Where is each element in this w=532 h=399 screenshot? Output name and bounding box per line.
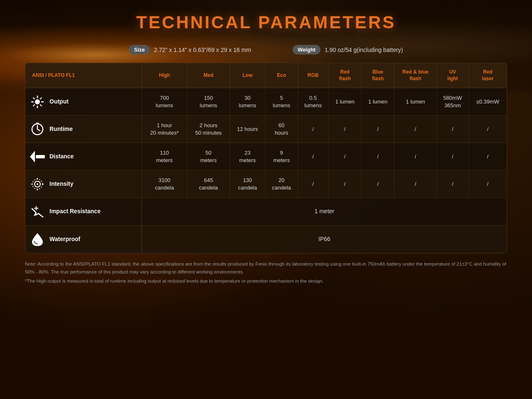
cell-distance-8: / [436,143,468,170]
cell-intensity-2: 130 candela [230,170,265,198]
cell-runtime-0: 1 hour 20 minutes* [142,116,187,143]
cell-output-8: 580mW 365nm [436,88,468,116]
svg-marker-14 [30,151,35,163]
cell-intensity-7: / [394,170,436,198]
cell-runtime-2: 12 hours [230,116,265,143]
table-row-impact: Impact Resistance1 meter [25,198,507,226]
row-label-cell-output: Output [25,88,142,115]
row-label-text-impact: Impact Resistance [49,207,101,216]
row-label-text-output: Output [49,98,69,106]
cell-distance-6: / [362,143,394,170]
distance-icon [30,151,45,163]
cell-distance-3: 9 meters [265,143,298,170]
row-label-text-waterproof: Waterproof [49,235,80,244]
table-header-row: ANSI / PLATO FL1 High Med Low Eco RGB Re… [25,63,507,88]
svg-rect-15 [36,155,45,158]
cell-output-6: 1 lumen [362,88,394,116]
row-label-cell-runtime: Runtime [25,116,142,143]
table-row-waterproof: WaterproofIP66 [25,226,507,254]
cell-intensity-0: 3100 candela [142,170,187,198]
cell-intensity-1: 645 candela [187,170,230,198]
cell-output-4: 0.5 lumens [298,88,329,116]
row-label-cell-intensity: Intensity [25,170,142,197]
col-header-0: ANSI / PLATO FL1 [25,63,142,88]
cell-output-9: ≤0.39mW [469,88,507,116]
cell-distance-2: 23 meters [230,143,265,170]
col-header-high: High [142,63,187,88]
runtime-icon [30,122,45,136]
specs-table-container: ANSI / PLATO FL1 High Med Low Eco RGB Re… [25,63,507,254]
cell-runtime-3: 60 hours [265,116,298,143]
intensity-icon [30,177,45,191]
weight-spec: Weight 1.90 oz/54 g(including battery) [293,45,403,54]
cell-distance-5: / [328,143,361,170]
row-label-text-intensity: Intensity [49,180,74,188]
col-header-uv: UV light [436,63,468,88]
cell-intensity-6: / [362,170,394,198]
col-header-rgb: RGB [298,63,329,88]
size-spec: Size 2.72" x 1.14" x 0.63"/69 x 29 x 16 … [129,45,251,54]
svg-line-5 [33,97,35,99]
output-icon [30,95,45,109]
cell-intensity-5: / [328,170,361,198]
svg-line-11 [37,129,40,131]
cell-runtime-6: / [362,116,394,143]
col-header-blue-flash: Blue flash [362,63,394,88]
cell-impact-value: 1 meter [142,198,507,226]
cell-distance-9: / [469,143,507,170]
cell-distance-7: / [394,143,436,170]
cell-intensity-8: / [436,170,468,198]
col-header-low: Low [230,63,265,88]
row-label-cell-impact: Impact Resistance [25,198,142,225]
table-row-output: Output700 lumens150 lumens30 lumens5 lum… [25,88,507,116]
row-label-text-distance: Distance [49,153,74,161]
cell-output-3: 5 lumens [265,88,298,116]
note-line1: Note: According to the ANSI/PLATO FL1 st… [25,260,507,276]
table-row-runtime: Runtime1 hour 20 minutes*2 hours 50 minu… [25,116,507,143]
impact-icon [30,204,45,219]
svg-point-18 [37,183,38,185]
svg-line-6 [40,104,42,106]
size-label: Size [129,45,150,54]
cell-output-0: 700 lumens [142,88,187,116]
specs-table: ANSI / PLATO FL1 High Med Low Eco RGB Re… [25,63,507,253]
svg-point-0 [35,99,40,104]
cell-runtime-5: / [328,116,361,143]
cell-distance-4: / [298,143,329,170]
cell-runtime-9: / [469,116,507,143]
cell-output-5: 1 lumen [328,88,361,116]
col-header-red-flash: Red flash [328,63,361,88]
col-header-eco: Eco [265,63,298,88]
size-value: 2.72" x 1.14" x 0.63"/69 x 29 x 16 mm [154,47,251,53]
page-title: TECHNICAL PARAMETERS [25,12,507,32]
notes-section: Note: According to the ANSI/PLATO FL1 st… [25,260,507,285]
row-label-cell-distance: Distance [25,143,142,170]
cell-output-1: 150 lumens [187,88,230,116]
svg-line-8 [33,104,35,106]
row-label-text-runtime: Runtime [49,125,73,133]
cell-runtime-7: / [394,116,436,143]
cell-runtime-8: / [436,116,468,143]
weight-value: 1.90 oz/54 g(including battery) [325,47,403,53]
waterproof-icon [30,232,45,246]
svg-line-7 [40,97,42,99]
specs-bar: Size 2.72" x 1.14" x 0.63"/69 x 29 x 16 … [25,45,507,54]
cell-waterproof-value: IP66 [142,226,507,254]
cell-runtime-4: / [298,116,329,143]
table-row-intensity: Intensity3100 candela645 candela130 cand… [25,170,507,198]
weight-label: Weight [293,45,320,54]
cell-output-2: 30 lumens [230,88,265,116]
col-header-red-laser: Red laser [469,63,507,88]
col-header-med: Med [187,63,230,88]
note-line2: *The High output is measured in total of… [25,277,507,285]
table-row-distance: Distance110 meters50 meters23 meters9 me… [25,143,507,170]
col-header-red-blue-flash: Red & blue flash [394,63,436,88]
cell-runtime-1: 2 hours 50 minutes [187,116,230,143]
cell-intensity-9: / [469,170,507,198]
cell-distance-1: 50 meters [187,143,230,170]
cell-intensity-4: / [298,170,329,198]
cell-intensity-3: 20 candela [265,170,298,198]
cell-output-7: 1 lumen [394,88,436,116]
cell-distance-0: 110 meters [142,143,187,170]
row-label-cell-waterproof: Waterproof [25,226,142,253]
